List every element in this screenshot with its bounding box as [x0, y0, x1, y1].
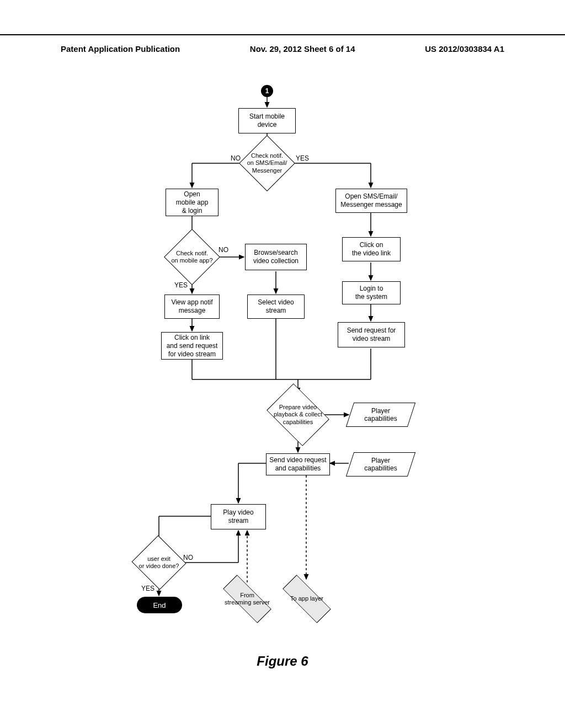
text: Playercapabilities — [364, 407, 397, 422]
text: Click onthe video link — [352, 241, 391, 258]
text: Playercapabilities — [364, 457, 397, 472]
text: End — [153, 601, 166, 609]
text: Check notif.on mobile app? — [171, 250, 212, 264]
box-send-request-right: Send request forvideo stream — [338, 322, 405, 347]
text: Send request forvideo stream — [347, 326, 396, 343]
branch-no-app: NO — [218, 246, 228, 254]
box-send-video-req: Send video requestand capabilities — [266, 453, 330, 475]
box-play-video: Play videostream — [211, 504, 266, 529]
data-player-caps-2: Playercapabilities — [350, 452, 412, 477]
header-mid: Nov. 29, 2012 Sheet 6 of 14 — [250, 44, 355, 53]
decision-check-notif-sms: Check notif.on SMS/Email/Messenger — [247, 143, 287, 183]
box-click-link-left: Click on linkand send requestfor video s… — [161, 332, 223, 360]
text: Prepare videoplayback & collectcapabilit… — [274, 404, 322, 426]
text: Play videostream — [223, 508, 253, 525]
decision-check-notif-app: Check notif.on mobile app? — [172, 237, 212, 277]
decision-user-exit: user exitor video done? — [139, 544, 179, 581]
box-select-video: Select videostream — [247, 295, 305, 319]
text: Browse/searchvideo collection — [253, 249, 299, 265]
text: Fromstreaming server — [225, 592, 270, 606]
text: View app notifmessage — [171, 298, 212, 315]
decision-to-app-layer: To app layer — [282, 584, 331, 614]
box-login-system: Login tothe system — [342, 281, 401, 304]
box-start-mobile: Start mobiledevice — [238, 108, 296, 133]
text: Start mobiledevice — [249, 113, 285, 129]
branch-no-top: NO — [231, 154, 241, 162]
page-header: Patent Application Publication Nov. 29, … — [61, 44, 504, 53]
terminator-end: End — [137, 597, 182, 613]
box-open-sms: Open SMS/Email/Messenger message — [335, 189, 407, 213]
box-click-video-link: Click onthe video link — [342, 237, 401, 261]
box-open-app: Openmobile app& login — [166, 189, 218, 216]
box-browse: Browse/searchvideo collection — [245, 244, 307, 270]
text: Login tothe system — [355, 285, 387, 301]
text: user exitor video done? — [139, 555, 179, 570]
flowchart-canvas: 1 Start mobiledevice Check notif.on SMS/… — [0, 77, 565, 640]
data-player-caps-1: Playercapabilities — [350, 403, 412, 427]
text: Openmobile app& login — [176, 190, 209, 215]
text: Click on linkand send requestfor video s… — [167, 334, 218, 358]
header-left: Patent Application Publication — [61, 44, 180, 53]
connector-label: 1 — [265, 87, 269, 95]
box-view-notif: View app notifmessage — [164, 295, 220, 319]
header-right: US 2012/0303834 A1 — [425, 44, 504, 53]
text: Send video requestand capabilities — [269, 456, 326, 473]
figure-title: Figure 6 — [0, 654, 565, 669]
offpage-connector-1: 1 — [261, 85, 273, 97]
text: Check notif.on SMS/Email/Messenger — [247, 152, 287, 174]
branch-yes-top: YES — [296, 154, 309, 162]
decision-from-server: Fromstreaming server — [223, 584, 271, 614]
text: Open SMS/Email/Messenger message — [340, 192, 402, 209]
text: Select videostream — [258, 298, 294, 315]
decision-prepare-video: Prepare videoplayback & collectcapabilit… — [273, 393, 323, 437]
text: To app layer — [290, 595, 323, 602]
